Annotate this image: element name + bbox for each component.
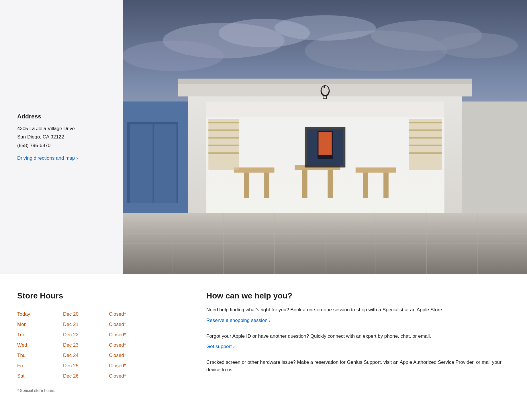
address-panel: Address 4305 La Jolla Village Drive San … [0,0,123,274]
hours-row: Fri Dec 25 Closed* [17,361,183,371]
directions-link[interactable]: Driving directions and map › [17,155,109,161]
special-note: * Special store hours. [17,388,183,393]
hours-day: Sat [17,371,63,381]
svg-rect-24 [302,170,307,198]
help-heading: How can we help you? [206,291,510,300]
hours-row: Tue Dec 22 Closed* [17,330,183,340]
hours-day: Wed [17,340,63,350]
hours-table: Today Dec 20 Closed* Mon Dec 21 Closed* … [17,309,183,381]
svg-rect-50 [462,101,527,213]
hours-date: Dec 21 [63,319,109,330]
address-heading: Address [17,113,109,120]
hours-date: Dec 25 [63,361,109,371]
svg-rect-18 [206,101,444,117]
hours-status: Closed* [109,350,183,361]
svg-rect-43 [409,145,442,146]
help-block-link[interactable]: Reserve a shopping session › [206,318,271,323]
svg-point-5 [437,33,518,58]
svg-rect-26 [356,167,396,173]
svg-rect-32 [318,132,332,155]
svg-rect-22 [264,173,269,198]
hours-date: Dec 26 [63,371,109,381]
svg-rect-11 [130,124,153,203]
svg-rect-40 [409,122,442,123]
help-block: Cracked screen or other hardware issue? … [206,359,510,373]
address-phone: (858) 795-6870 [17,142,109,149]
svg-rect-44 [409,152,442,154]
svg-rect-35 [208,129,239,131]
hours-status: Closed* [109,371,183,381]
help-section: How can we help you? Need help finding w… [206,291,510,393]
hours-status: Closed* [109,330,183,340]
hours-date: Dec 23 [63,340,109,350]
hours-date: Dec 20 [63,309,109,319]
help-block-text: Need help finding what's right for you? … [206,306,510,314]
address-city: San Diego, CA 92122 [17,133,109,141]
store-image-container:  [123,0,527,274]
hours-date: Dec 22 [63,330,109,340]
store-hours-heading: Store Hours [17,291,183,300]
address-street: 4305 La Jolla Village Drive [17,125,109,132]
hours-day: Mon [17,319,63,330]
svg-rect-48 [324,85,325,88]
hours-status: Closed* [109,319,183,330]
help-block: Forgot your Apple ID or have another que… [206,333,510,350]
hours-day: Thu [17,350,63,361]
help-block-link[interactable]: Get support › [206,344,235,349]
svg-rect-12 [154,124,177,203]
help-block-text: Forgot your Apple ID or have another que… [206,333,510,340]
bottom-section: Store Hours Today Dec 20 Closed* Mon Dec… [0,274,527,410]
top-section: Address 4305 La Jolla Village Drive San … [0,0,527,274]
svg-rect-28 [383,173,389,198]
hours-day: Today [17,309,63,319]
hours-status: Closed* [109,361,183,371]
hours-status: Closed* [109,309,183,319]
help-block-text: Cracked screen or other hardware issue? … [206,359,510,373]
hours-row: Today Dec 20 Closed* [17,309,183,319]
hours-row: Thu Dec 24 Closed* [17,350,183,361]
hours-status: Closed* [109,340,183,350]
hours-row: Sat Dec 26 Closed* [17,371,183,381]
svg-rect-25 [328,170,333,198]
svg-rect-37 [208,145,239,146]
hours-row: Wed Dec 23 Closed* [17,340,183,350]
store-hours-section: Store Hours Today Dec 20 Closed* Mon Dec… [17,291,183,393]
svg-rect-42 [409,137,442,138]
hours-date: Dec 24 [63,350,109,361]
hours-row: Mon Dec 21 Closed* [17,319,183,330]
svg-rect-34 [208,122,239,123]
svg-rect-36 [208,137,239,138]
svg-point-7 [274,15,376,41]
svg-rect-38 [208,152,239,154]
help-block: Need help finding what's right for you? … [206,306,510,323]
help-blocks: Need help finding what's right for you? … [206,306,510,373]
store-image:  [123,0,527,274]
svg-point-6 [123,41,224,71]
hours-day: Tue [17,330,63,340]
svg-rect-20 [234,167,275,173]
hours-day: Fri [17,361,63,371]
svg-rect-27 [363,173,368,198]
svg-rect-41 [409,129,442,131]
svg-rect-15 [178,79,472,84]
store-image-svg:  [123,0,527,274]
svg-rect-21 [244,173,249,198]
